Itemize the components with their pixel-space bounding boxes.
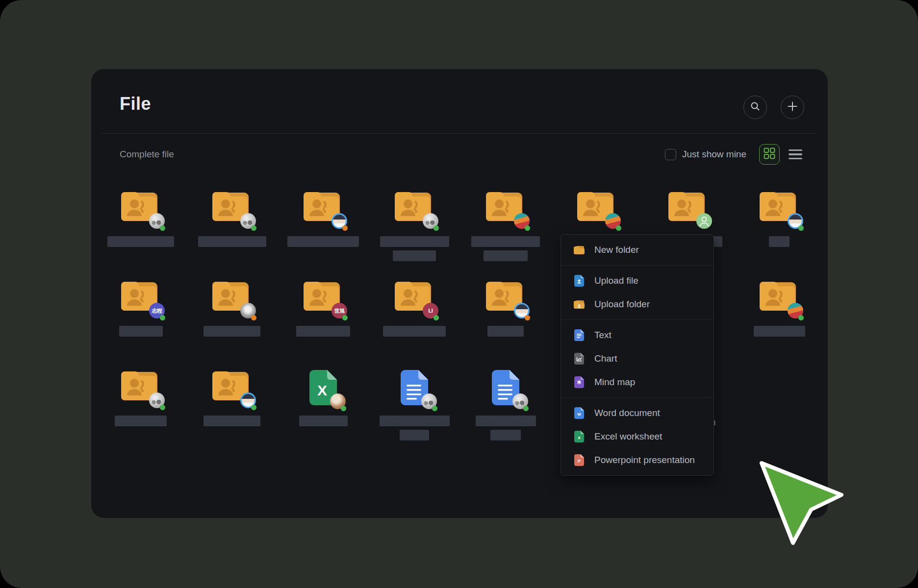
new-folder-icon	[574, 244, 585, 256]
shared-folder-icon	[284, 280, 362, 312]
filename-skeleton	[193, 416, 271, 426]
status-dot	[251, 405, 256, 410]
skeleton-bar	[769, 236, 790, 247]
menu-item-upload-folder[interactable]: Upload folder	[561, 293, 714, 316]
menu-item-label: New folder	[594, 245, 639, 255]
filename-skeleton	[375, 326, 454, 337]
skeleton-bar	[380, 416, 450, 426]
menu-item-mindmap[interactable]: Mind map	[561, 370, 714, 394]
upload-file-icon	[574, 275, 585, 287]
shared-folder-icon	[375, 280, 454, 312]
skeleton-bar	[484, 250, 528, 261]
skeleton-bar	[119, 326, 163, 337]
status-dot	[798, 225, 804, 231]
shared-folder-icon	[558, 191, 636, 222]
filename-skeleton	[375, 416, 454, 441]
new-item-context-menu: New folder Upload file Upload folder Tex…	[561, 234, 714, 476]
status-dot	[798, 315, 804, 320]
menu-item-new-folder[interactable]: New folder	[561, 238, 714, 262]
document-file-tile[interactable]	[375, 370, 454, 443]
shared-folder-tile[interactable]	[193, 370, 271, 443]
filename-skeleton	[193, 326, 271, 337]
filename-skeleton	[284, 416, 362, 426]
shared-folder-tile[interactable]: 志程	[102, 280, 180, 354]
status-dot	[434, 225, 439, 231]
status-dot	[432, 406, 437, 411]
svg-text:w: w	[577, 412, 581, 416]
skeleton-bar	[471, 236, 540, 247]
menu-section: New folder	[561, 235, 714, 265]
filename-skeleton	[102, 236, 180, 247]
shared-folder-tile[interactable]	[284, 191, 362, 264]
shared-folder-tile[interactable]	[740, 191, 818, 264]
menu-item-word[interactable]: w Word document	[561, 401, 714, 425]
status-dot	[525, 315, 530, 320]
shared-folder-tile[interactable]	[466, 191, 545, 264]
skeleton-bar	[115, 416, 167, 426]
menu-item-label: Mind map	[594, 377, 635, 388]
filename-skeleton	[375, 236, 454, 261]
menu-item-text[interactable]: Text	[561, 323, 714, 347]
shared-folder-tile[interactable]: LI	[375, 280, 454, 354]
menu-section: Upload file Upload folder	[561, 265, 714, 319]
menu-item-label: Excel worksheet	[594, 431, 662, 442]
status-dot	[342, 315, 348, 320]
shared-folder-tile[interactable]	[466, 280, 545, 354]
status-dot	[251, 315, 256, 320]
skeleton-bar	[204, 416, 260, 426]
menu-item-label: Upload file	[594, 275, 638, 286]
status-dot	[342, 225, 348, 231]
shared-folder-icon	[102, 280, 180, 312]
shared-folder-icon	[740, 280, 818, 312]
skeleton-bar	[490, 430, 521, 441]
menu-item-excel[interactable]: x Excel worksheet	[561, 425, 714, 448]
menu-item-upload-file[interactable]: Upload file	[561, 269, 714, 293]
file-grid: 志程 世旭	[91, 69, 828, 518]
excel-file-tile[interactable]: X	[284, 370, 362, 443]
filename-skeleton	[466, 236, 545, 261]
chart-icon	[574, 353, 585, 365]
mindmap-icon	[574, 376, 585, 388]
shared-folder-tile[interactable]: 世旭	[284, 280, 362, 354]
menu-item-label: Word document	[594, 408, 660, 418]
skeleton-bar	[204, 326, 260, 337]
shared-folder-tile[interactable]	[740, 280, 818, 354]
desktop-background: File Complete file Just show mine	[0, 0, 918, 588]
shared-folder-tile[interactable]	[193, 280, 271, 354]
doc-file-icon	[466, 370, 545, 405]
excel-icon: x	[574, 431, 585, 442]
filename-skeleton	[102, 416, 180, 426]
menu-item-label: Upload folder	[594, 299, 650, 310]
menu-item-label: Chart	[594, 353, 617, 364]
doc-file-icon	[375, 370, 454, 405]
shared-folder-icon	[102, 191, 180, 222]
default-person-avatar	[696, 213, 712, 229]
menu-item-chart[interactable]: Chart	[561, 347, 714, 370]
skeleton-bar	[296, 326, 350, 337]
skeleton-bar	[383, 326, 446, 337]
skeleton-bar	[107, 236, 174, 247]
text-icon	[574, 329, 585, 341]
status-dot	[523, 406, 529, 411]
status-dot	[525, 225, 530, 231]
document-file-tile[interactable]	[466, 370, 545, 443]
shared-folder-tile[interactable]	[102, 370, 180, 443]
shared-folder-tile[interactable]	[102, 191, 180, 264]
menu-item-label: Powerpoint presentation	[594, 455, 695, 466]
ppt-icon: P	[574, 454, 585, 466]
shared-folder-icon	[284, 191, 362, 222]
menu-section: Text Chart Mind map	[561, 319, 714, 397]
status-dot	[616, 225, 621, 231]
menu-item-ppt[interactable]: P Powerpoint presentation	[561, 448, 714, 472]
shared-folder-icon	[193, 280, 271, 312]
filename-skeleton	[284, 326, 362, 337]
status-dot	[160, 225, 165, 231]
skeleton-bar	[400, 430, 429, 441]
shared-folder-icon	[102, 370, 180, 401]
filename-skeleton	[193, 236, 271, 247]
shared-folder-tile[interactable]	[193, 191, 271, 264]
shared-folder-tile[interactable]	[375, 191, 454, 264]
skeleton-bar	[393, 250, 436, 261]
skeleton-bar	[299, 416, 348, 426]
svg-text:P: P	[578, 459, 581, 464]
